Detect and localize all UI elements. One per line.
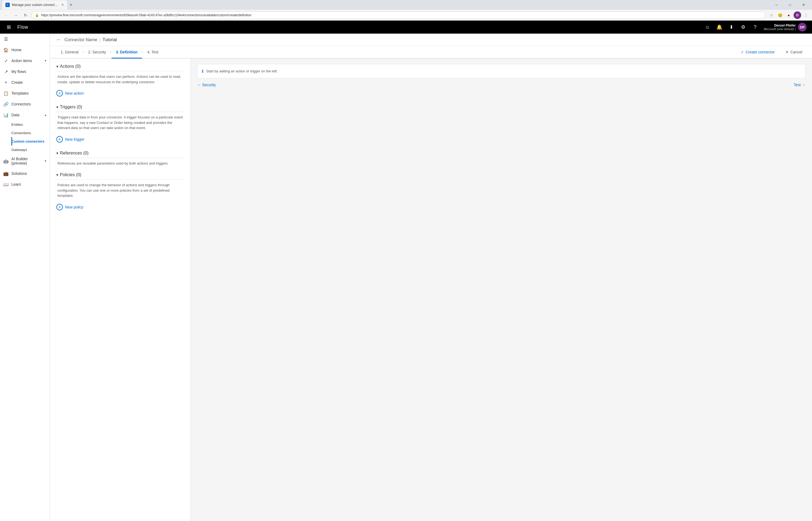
app-bar: ⊞ Flow ☺ 🔔 ⬇ ⚙ ? Denzel Pfeifer Microsof…	[0, 21, 812, 33]
user-info[interactable]: Denzel Pfeifer Microsoft (new default) (…	[762, 22, 809, 32]
url-text: https://preview.flow.microsoft.com/manag…	[41, 13, 762, 17]
test-nav-label: Test →	[794, 83, 806, 87]
learn-icon: 📖	[3, 182, 9, 187]
new-action-button[interactable]: + New action	[56, 88, 184, 98]
address-bar: ← → ↻ 🔒 https://preview.flow.microsoft.c…	[0, 10, 812, 21]
back-nav-button[interactable]: ←	[2, 12, 10, 19]
main-scroll: ▾ Actions (0) Actions are the operations…	[50, 59, 812, 521]
window-controls: ─ □ ✕	[770, 1, 810, 9]
triggers-section-title: Triggers (0)	[60, 105, 82, 110]
notifications-button[interactable]: 🔔	[714, 22, 725, 32]
close-button[interactable]: ✕	[797, 1, 810, 9]
new-tab-button[interactable]: +	[67, 1, 75, 9]
extension2-button[interactable]: ●	[785, 12, 792, 19]
right-panel: ℹ Start by adding an action or trigger o…	[191, 59, 812, 521]
sidebar-item-ai-builder[interactable]: 🤖 AI Builder (preview) ▾	[0, 154, 50, 168]
sidebar-collapse-button[interactable]: ☰	[0, 33, 50, 44]
panel-nav-buttons: ← Security Test →	[197, 83, 806, 87]
bookmark-button[interactable]: ☆	[768, 12, 775, 19]
sidebar-item-create[interactable]: + Create	[0, 77, 50, 88]
tab-general[interactable]: 1. General	[56, 46, 82, 58]
new-trigger-label: New trigger	[65, 137, 85, 141]
profile-avatar-button[interactable]: D	[794, 12, 801, 19]
security-nav-label: ← Security	[197, 83, 216, 87]
sidebar-item-gateways[interactable]: Gateways	[11, 145, 50, 154]
ai-builder-icon: 🤖	[3, 158, 9, 164]
browser-tab[interactable]: F Manage your custom connectors ✕	[2, 0, 67, 9]
extension1-button[interactable]: 😊	[776, 12, 784, 19]
policies-chevron-icon[interactable]: ▾	[56, 173, 58, 177]
security-nav-button[interactable]: ← Security	[197, 83, 216, 87]
actions-section-title: Actions (0)	[60, 64, 80, 69]
download-button[interactable]: ⬇	[726, 22, 737, 32]
info-message: Start by adding an action or trigger on …	[206, 69, 278, 73]
check-icon: ✓	[741, 50, 744, 54]
triggers-chevron-icon[interactable]: ▾	[56, 105, 58, 109]
tab-general-label: 1. General	[61, 50, 78, 54]
data-submenu: Entities Connections Custom connectors G…	[0, 120, 50, 154]
tab-definition[interactable]: 3. Definition	[112, 46, 142, 58]
ai-builder-chevron-icon: ▾	[45, 159, 46, 163]
triggers-section-body: Triggers read data in from your connecto…	[56, 115, 184, 131]
new-policy-label: New policy	[65, 205, 83, 209]
plus-icon: +	[56, 90, 63, 96]
sidebar: ☰ 🏠 Home ✓ Action items ▾ ↗ My flows +	[0, 33, 50, 521]
sidebar-item-custom-connectors[interactable]: Custom connectors	[11, 137, 50, 145]
sidebar-item-learn[interactable]: 📖 Learn	[0, 179, 50, 190]
more-button[interactable]: ⋮	[802, 12, 810, 19]
back-button[interactable]: ←	[56, 37, 61, 43]
policies-section-header: ▾ Policies (0)	[56, 173, 184, 180]
actions-section: ▾ Actions (0) Actions are the operations…	[56, 64, 184, 98]
url-bar[interactable]: 🔒 https://preview.flow.microsoft.com/man…	[31, 12, 765, 19]
references-section-body: References are reusable parameters used …	[56, 161, 184, 166]
tab-title: Manage your custom connectors	[12, 3, 59, 7]
step-actions: ✓ Create connector ✕ Cancel	[738, 48, 806, 56]
help-button[interactable]: ?	[750, 22, 761, 32]
actions-chevron-icon[interactable]: ▾	[56, 64, 58, 69]
sidebar-label-templates: Templates	[11, 91, 46, 95]
new-policy-button[interactable]: + New policy	[56, 202, 184, 212]
main-area: ☰ 🏠 Home ✓ Action items ▾ ↗ My flows +	[0, 33, 812, 521]
references-section-title: References (0)	[60, 151, 89, 156]
actions-section-header: ▾ Actions (0)	[56, 64, 184, 71]
sidebar-label-create: Create	[11, 80, 46, 85]
breadcrumb-separator: |	[99, 38, 100, 42]
create-connector-button[interactable]: ✓ Create connector	[738, 48, 778, 56]
tab-test[interactable]: 4. Test	[143, 46, 163, 58]
tab-security[interactable]: 2. Security	[84, 46, 110, 58]
triggers-section: ▾ Triggers (0) Triggers read data in fro…	[56, 105, 184, 144]
new-trigger-button[interactable]: + New trigger	[56, 134, 184, 144]
tab-close-icon[interactable]: ✕	[61, 3, 64, 7]
minimize-button[interactable]: ─	[770, 1, 783, 9]
app-brand: Flow	[17, 24, 28, 30]
sidebar-item-solutions[interactable]: 💼 Solutions	[0, 168, 50, 179]
sidebar-item-templates[interactable]: 📋 Templates	[0, 88, 50, 99]
menu-icon: ☰	[3, 36, 9, 42]
tab-definition-label: 3. Definition	[116, 50, 138, 54]
sidebar-item-data[interactable]: 📊 Data ▴	[0, 110, 50, 120]
sidebar-label-solutions: Solutions	[11, 171, 46, 176]
maximize-button[interactable]: □	[784, 1, 796, 9]
policies-section-title: Policies (0)	[60, 173, 81, 177]
forward-nav-button[interactable]: →	[12, 12, 20, 19]
refresh-button[interactable]: ↻	[22, 12, 29, 19]
home-icon: 🏠	[3, 47, 9, 52]
breadcrumb-connector-name[interactable]: Connector Name	[65, 38, 97, 42]
breadcrumb-tutorial: Tutorial	[103, 38, 117, 42]
app-bar-actions: ☺ 🔔 ⬇ ⚙ ? Denzel Pfeifer Microsoft (new …	[702, 22, 809, 32]
sidebar-item-entities[interactable]: Entities	[11, 120, 50, 129]
references-section-header: ▾ References (0)	[56, 151, 184, 158]
sidebar-item-connectors[interactable]: 🔗 Connectors	[0, 99, 50, 110]
sidebar-label-ai-builder: AI Builder (preview)	[11, 157, 42, 165]
waffle-icon[interactable]: ⊞	[3, 22, 14, 32]
emoji-button[interactable]: ☺	[702, 22, 713, 32]
sidebar-item-connections[interactable]: Connections	[11, 129, 50, 137]
sidebar-item-home[interactable]: 🏠 Home	[0, 44, 50, 55]
triggers-section-header: ▾ Triggers (0)	[56, 105, 184, 112]
test-nav-button[interactable]: Test →	[794, 83, 806, 87]
cancel-button[interactable]: ✕ Cancel	[782, 48, 806, 56]
sidebar-item-action-items[interactable]: ✓ Action items ▾	[0, 55, 50, 66]
settings-button[interactable]: ⚙	[738, 22, 748, 32]
references-chevron-icon[interactable]: ▾	[56, 151, 58, 155]
sidebar-item-my-flows[interactable]: ↗ My flows	[0, 66, 50, 77]
